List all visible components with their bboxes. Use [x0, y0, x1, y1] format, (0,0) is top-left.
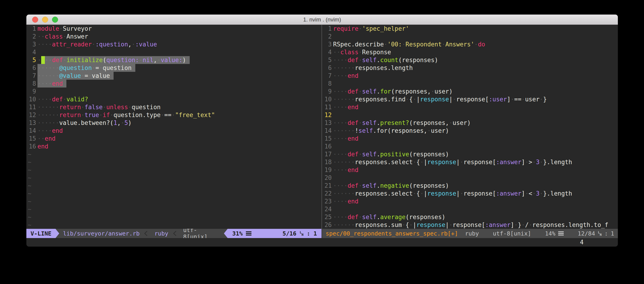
line-number: 9 [28, 88, 36, 95]
command-line[interactable]: 4 [26, 238, 618, 247]
code-line[interactable]: 16 [324, 142, 618, 150]
code-text: ····end [333, 135, 358, 142]
statusline-file-segment: lib/surveyor/answer.rb ruby utf-8[unix] [59, 229, 224, 238]
code-line[interactable]: 24 [324, 205, 618, 213]
line-number: 6 [324, 64, 332, 72]
line-number: 13 [28, 119, 36, 127]
powerline-arrow-icon [224, 229, 228, 238]
code-text: ······responses.select·{·|response|·resp… [333, 158, 572, 166]
code-line[interactable]: 10······responses.find·{·|response|·resp… [324, 95, 618, 103]
visual-selection: ····end [38, 80, 66, 88]
code-line[interactable]: 5····def·self.count(responses) [324, 56, 618, 64]
code-line[interactable]: 15··end [28, 135, 322, 142]
code-line[interactable]: 16end [28, 142, 322, 150]
code-line[interactable]: 15····end [324, 135, 618, 142]
code-text: ····def·self.for(responses,·user) [333, 88, 453, 95]
code-line[interactable]: 5···def·initialize(question:·nil,·value:… [28, 56, 322, 64]
line-number-glyph-icon: LN [300, 231, 303, 236]
line-number: 13 [324, 119, 332, 127]
tilde-marker: ~ [28, 174, 32, 182]
code-line[interactable]: 13····def·self.present?(responses,·user) [324, 119, 618, 127]
code-line[interactable]: 4 [28, 48, 322, 56]
line-number: 25 [324, 213, 332, 221]
cursor-block [41, 56, 45, 64]
code-line[interactable]: 9 [28, 88, 322, 95]
window-titlebar[interactable]: 1. nvim . (nvim) [26, 14, 618, 25]
filler-line: ~ [28, 190, 322, 197]
editor-pane-left[interactable]: 1module·Surveyor2··class·Answer3····attr… [26, 25, 322, 229]
code-line[interactable]: 6······@question·=·question [28, 64, 322, 72]
code-line[interactable]: 6······responses.length [324, 64, 618, 72]
line-number: 7 [28, 72, 36, 80]
code-line[interactable]: 18······responses.select·{·|response|·re… [324, 158, 618, 166]
tilde-marker: ~ [28, 205, 32, 213]
code-line[interactable]: 23····end [324, 197, 618, 205]
code-line[interactable]: 19····end [324, 166, 618, 174]
close-button[interactable] [32, 17, 38, 23]
line-number: 3 [324, 40, 332, 48]
tilde-marker: ~ [28, 197, 32, 205]
pending-command-count: 4 [580, 238, 584, 246]
zoom-button[interactable] [52, 17, 58, 23]
code-text: ····end [38, 80, 66, 88]
scroll-percent: 31% [232, 230, 243, 237]
line-number: 4 [28, 48, 36, 56]
code-line[interactable]: 3RSpec.describe·'00:·Respondent·Answers'… [324, 40, 618, 48]
window-title: 1. nvim . (nvim) [303, 16, 341, 23]
code-line[interactable]: 14····end [28, 127, 322, 135]
code-line[interactable]: 2 [324, 32, 618, 40]
line-number-glyph-icon: LN [598, 231, 602, 236]
tilde-marker: ~ [28, 221, 32, 229]
filler-line: ~ [28, 150, 322, 158]
filler-line: ~ [28, 166, 322, 174]
line-number: 16 [324, 142, 332, 150]
statusline-active: V-LINE lib/surveyor/answer.rb ruby utf-8… [26, 229, 322, 238]
code-line[interactable]: 9····def·self.for(responses,·user) [324, 88, 618, 95]
code-line[interactable]: 7····end [324, 72, 618, 80]
line-number: 24 [324, 205, 332, 213]
code-line[interactable]: 25····def·self.average(responses) [324, 213, 618, 221]
code-text: module·Surveyor [38, 25, 92, 32]
line-number: 8 [324, 80, 332, 88]
code-line[interactable]: 8····end [28, 80, 322, 88]
line-number: 2 [28, 32, 36, 40]
code-line[interactable]: 21····def·self.negative(responses) [324, 182, 618, 190]
filler-line: ~ [28, 174, 322, 182]
line-number: 10 [28, 95, 36, 103]
editor-pane-right[interactable]: 1require·'spec_helper'23RSpec.describe·'… [322, 25, 618, 229]
code-line[interactable]: 3····attr_reader·:question,·:value [28, 40, 322, 48]
code-line[interactable]: 26······responses.sum·{·|response|·respo… [324, 221, 618, 229]
code-line[interactable]: 11······return·false·unless·question [28, 103, 322, 111]
cursor-column: 1 [611, 230, 614, 237]
code-line[interactable]: 1require·'spec_helper' [324, 25, 618, 32]
visual-selection: ······@value·=·value [38, 72, 114, 80]
code-line[interactable]: 4··class·Response [324, 48, 618, 56]
code-line[interactable]: 12······return·true·if·question.type·==·… [28, 111, 322, 119]
code-line[interactable]: 14······!self.for(responses,·user) [324, 127, 618, 135]
cursor-position: 12/84 [578, 230, 595, 237]
code-line[interactable]: 20 [324, 174, 618, 182]
code-text: ······responses.length [333, 64, 413, 72]
line-number: 3 [28, 40, 36, 48]
code-line[interactable]: 22······responses.select·{·|response|·re… [324, 190, 618, 197]
code-text: ······@value·=·value [38, 72, 114, 80]
code-line[interactable]: 13······value.between?(1,·5) [28, 119, 322, 127]
code-line[interactable]: 7······@value·=·value [28, 72, 322, 80]
code-line[interactable]: 8 [324, 80, 618, 88]
lines-icon [246, 231, 252, 236]
tilde-marker: ~ [28, 213, 32, 221]
code-line[interactable]: 10····def·valid? [28, 95, 322, 103]
terminal-window: 1. nvim . (nvim) 1module·Surveyor2··clas… [26, 14, 618, 247]
minimize-button[interactable] [42, 17, 48, 23]
code-line[interactable]: 2··class·Answer [28, 32, 322, 40]
code-line[interactable]: 1module·Surveyor [28, 25, 322, 32]
code-text: ····end [333, 103, 358, 111]
code-line[interactable]: 12 [324, 111, 618, 119]
line-number: 12 [324, 111, 332, 119]
line-number: 15 [28, 135, 36, 142]
filler-line: ~ [28, 197, 322, 205]
editor-content: 1module·Surveyor2··class·Answer3····attr… [26, 25, 618, 229]
line-number: 17 [324, 150, 332, 158]
code-line[interactable]: 11····end [324, 103, 618, 111]
code-line[interactable]: 17····def·self.positive(responses) [324, 150, 618, 158]
